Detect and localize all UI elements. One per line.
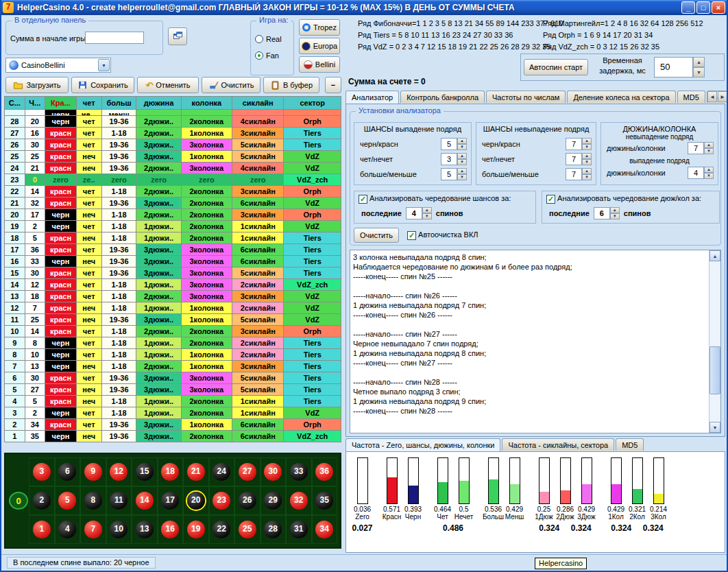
board-number-19[interactable]: 19: [187, 521, 205, 538]
log-scrollbar[interactable]: ▲ ▼: [709, 250, 720, 433]
freq-tab-2[interactable]: MD5: [616, 438, 644, 451]
high-low-hit-spinner[interactable]: 5▲▼: [441, 168, 467, 180]
even-odd-miss-spinner[interactable]: 7▲▼: [566, 153, 592, 165]
delay-down-icon[interactable]: ▼: [693, 67, 705, 78]
black-red-hit-spinner[interactable]: 5▲▼: [441, 138, 467, 150]
undo-button[interactable]: ↶ Отменить: [137, 77, 199, 93]
col-header-2[interactable]: Кра...: [45, 97, 77, 110]
radio-real[interactable]: Real: [255, 35, 282, 43]
board-number-17[interactable]: 17: [161, 492, 179, 510]
board-zero[interactable]: 0: [9, 492, 28, 510]
board-number-16[interactable]: 16: [161, 521, 179, 538]
board-number-31[interactable]: 31: [290, 521, 308, 538]
autoclear-checkbox[interactable]: ✓: [407, 231, 416, 240]
board-number-36[interactable]: 36: [315, 463, 333, 481]
dozen-miss-spinner[interactable]: 7▲▼: [688, 142, 714, 154]
col-header-0[interactable]: С...: [5, 97, 25, 110]
col-header-6[interactable]: колонка: [181, 97, 232, 110]
collapse-panel-button[interactable]: −: [325, 77, 341, 93]
board-number-23[interactable]: 23: [213, 492, 230, 510]
board-number-10[interactable]: 10: [110, 521, 128, 538]
board-number-32[interactable]: 32: [290, 492, 308, 510]
board-number-3[interactable]: 3: [33, 463, 51, 481]
board-number-22[interactable]: 22: [213, 521, 230, 538]
scroll-down-icon[interactable]: ▼: [709, 422, 720, 433]
tab-3[interactable]: Деление колеса на сектора: [567, 91, 675, 103]
board-number-12[interactable]: 12: [110, 463, 128, 481]
col-header-5[interactable]: дюжина: [136, 97, 181, 110]
col-header-3[interactable]: чет: [76, 97, 101, 110]
minimize-button[interactable]: _: [681, 1, 695, 14]
board-number-8[interactable]: 8: [84, 492, 102, 510]
board-number-9[interactable]: 9: [84, 463, 102, 481]
maximize-button[interactable]: □: [696, 1, 710, 14]
board-number-6[interactable]: 6: [58, 463, 76, 481]
black-red-miss-spinner[interactable]: 7▲▼: [566, 138, 592, 150]
board-number-15[interactable]: 15: [136, 463, 154, 481]
close-button[interactable]: ×: [712, 1, 725, 14]
col-header-4[interactable]: больш: [101, 97, 136, 110]
start-sum-input[interactable]: [85, 32, 144, 44]
board-number-27[interactable]: 27: [239, 463, 256, 481]
delay-value[interactable]: 50: [654, 57, 693, 78]
autospin-start-button[interactable]: Автоспин старт: [524, 59, 588, 75]
clear-log-button[interactable]: Очистить: [354, 228, 399, 243]
dozen-hit-spinner[interactable]: 4▲▼: [688, 167, 714, 179]
delay-up-icon[interactable]: ▲: [693, 57, 705, 67]
col-header-1[interactable]: Ч...: [25, 97, 45, 110]
radio-fan[interactable]: Fan: [255, 51, 279, 60]
casino-select[interactable]: CasinoBellini ▼: [5, 58, 111, 73]
board-number-24[interactable]: 24: [213, 463, 230, 481]
board-number-5[interactable]: 5: [58, 492, 76, 510]
load-button[interactable]: Загрузить: [5, 77, 69, 93]
tab-1[interactable]: Контроль банкролла: [400, 91, 485, 103]
save-button[interactable]: Сохранить: [71, 77, 134, 93]
detach-panel-button[interactable]: [168, 27, 187, 45]
scroll-thumb[interactable]: [709, 346, 720, 394]
copy-buffer-button[interactable]: В буфер: [263, 77, 319, 93]
board-number-13[interactable]: 13: [136, 521, 154, 538]
board-number-14[interactable]: 14: [136, 492, 154, 510]
board-number-7[interactable]: 7: [84, 521, 102, 538]
analysis-log[interactable]: 3 колонка невыпадала подряд 8 спин; Набл…: [350, 250, 721, 433]
casino-bellini-button[interactable]: Bellini: [299, 56, 340, 73]
col-header-7[interactable]: сиклайн: [232, 97, 284, 110]
tab-0[interactable]: Анализатор: [345, 91, 399, 104]
tab-2[interactable]: Частоты по числам: [486, 91, 566, 103]
board-number-28[interactable]: 28: [264, 521, 282, 538]
freq-tab-0[interactable]: Частота - Zero, шансы, дюжины, колонки: [345, 438, 500, 451]
analyze-dozen-checkbox[interactable]: ✓: [546, 195, 555, 204]
analyze-chances-checkbox[interactable]: ✓: [359, 195, 367, 204]
board-number-33[interactable]: 33: [290, 463, 308, 481]
board-number-30[interactable]: 30: [264, 463, 282, 481]
europa-icon: [302, 42, 311, 51]
last-spins-dozen-spinner[interactable]: 6▲▼: [594, 207, 620, 219]
board-number-26[interactable]: 26: [239, 492, 256, 510]
col-header-8[interactable]: сектор: [284, 97, 341, 110]
tab-scroll-left-icon[interactable]: ◄: [707, 91, 717, 102]
board-number-4[interactable]: 4: [58, 521, 76, 538]
board-number-25[interactable]: 25: [239, 521, 256, 538]
board-number-34[interactable]: 34: [315, 521, 333, 538]
board-number-18[interactable]: 18: [161, 463, 179, 481]
tab-4[interactable]: MD5: [677, 91, 705, 103]
freq-tab-1[interactable]: Частота - сиклайны, сектора: [502, 438, 614, 451]
scroll-up-icon[interactable]: ▲: [709, 250, 720, 261]
chevron-down-icon[interactable]: ▼: [98, 59, 110, 71]
board-number-1[interactable]: 1: [33, 521, 51, 538]
detach-window-icon: [173, 32, 183, 41]
board-number-2[interactable]: 2: [33, 492, 51, 510]
last-spins-chances-spinner[interactable]: 4▲▼: [406, 207, 432, 219]
tab-scroll-right-icon[interactable]: ►: [718, 91, 727, 102]
casino-tropez-button[interactable]: Tropez: [299, 19, 340, 36]
board-number-29[interactable]: 29: [264, 492, 282, 510]
board-number-21[interactable]: 21: [187, 463, 205, 481]
board-number-35[interactable]: 35: [315, 492, 333, 510]
board-number-20[interactable]: 20: [187, 492, 205, 510]
casino-europa-button[interactable]: Europa: [299, 38, 340, 54]
even-odd-hit-spinner[interactable]: 3▲▼: [441, 153, 467, 165]
high-low-miss-spinner[interactable]: 7▲▼: [566, 168, 592, 180]
board-number-11[interactable]: 11: [110, 492, 128, 510]
clear-table-button[interactable]: Очистить: [202, 77, 260, 93]
delay-spinner[interactable]: 50 ▲ ▼: [654, 57, 705, 78]
